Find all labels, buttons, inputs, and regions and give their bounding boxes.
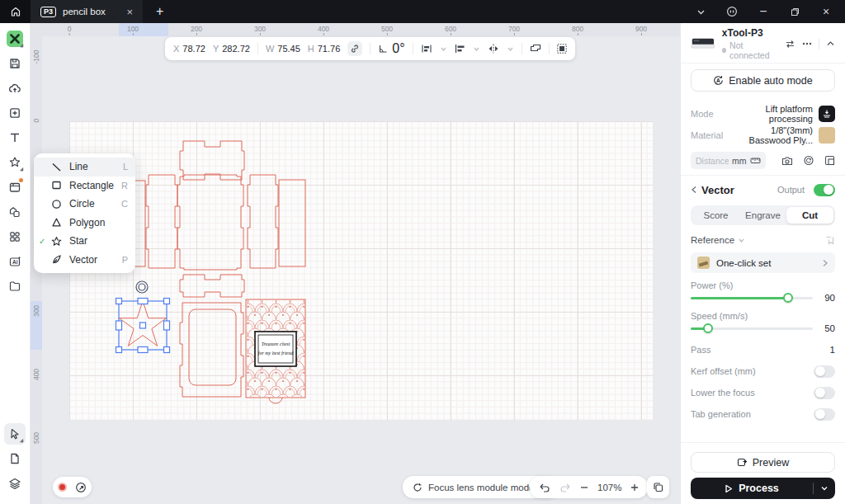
- tab-pencil-box[interactable]: P3 pencil box ×: [31, 0, 143, 23]
- material-swatch[interactable]: [819, 127, 835, 144]
- align-button[interactable]: [455, 44, 465, 54]
- menu-item-line[interactable]: Line L: [34, 158, 135, 177]
- design-piece-plain-panel[interactable]: [279, 180, 305, 266]
- design-label[interactable]: Treasure chest for my best friend: [255, 332, 296, 366]
- design-piece-side-left[interactable]: [146, 175, 177, 268]
- close-button[interactable]: ×: [820, 6, 832, 17]
- sidebar-shapes-button[interactable]: [4, 152, 26, 173]
- mode-icon-button[interactable]: [819, 106, 835, 122]
- selection-handle[interactable]: [164, 321, 170, 330]
- weld-button[interactable]: [530, 44, 541, 54]
- selection-box[interactable]: [116, 299, 170, 353]
- distribute-button[interactable]: [421, 44, 432, 54]
- selection-handle[interactable]: [164, 347, 170, 353]
- page-tool-button[interactable]: [4, 448, 26, 469]
- sidebar-apps-button[interactable]: [4, 226, 26, 247]
- one-click-set-button[interactable]: One-click set: [691, 252, 835, 273]
- height-field[interactable]: H71.76: [308, 44, 340, 54]
- process-button[interactable]: Process: [691, 478, 835, 499]
- chevron-down-icon[interactable]: [738, 237, 745, 244]
- device-more-button[interactable]: [802, 42, 812, 45]
- restore-button[interactable]: [789, 6, 800, 17]
- camera-button[interactable]: [781, 156, 793, 166]
- selection-handle[interactable]: [116, 299, 122, 304]
- x-field[interactable]: X78.72: [173, 44, 205, 54]
- tab-generation-toggle[interactable]: [814, 408, 835, 421]
- tab-cut[interactable]: Cut: [786, 207, 833, 224]
- y-field[interactable]: Y282.72: [213, 44, 250, 54]
- home-button[interactable]: [0, 0, 31, 23]
- design-piece-strip[interactable]: [135, 181, 145, 266]
- selection-handle[interactable]: [138, 347, 148, 353]
- redo-button[interactable]: [559, 483, 571, 492]
- menu-item-star[interactable]: ✓ Star: [34, 232, 135, 251]
- tab-score[interactable]: Score: [692, 207, 739, 224]
- undo-button[interactable]: [539, 483, 550, 492]
- width-field[interactable]: W75.45: [266, 44, 300, 54]
- rotation-field[interactable]: 0°: [378, 41, 404, 56]
- zoom-in-button[interactable]: [630, 483, 639, 492]
- sidebar-elements-button[interactable]: [4, 201, 26, 223]
- copy-icon[interactable]: [653, 482, 663, 492]
- chevron-down-icon[interactable]: [695, 6, 706, 17]
- menu-item-circle[interactable]: Circle C: [34, 195, 135, 214]
- canvas-area[interactable]: 0 100 200 300 400 500 600 700 800 900 -1…: [31, 23, 680, 504]
- slider-thumb[interactable]: [703, 323, 713, 333]
- sidebar-files-button[interactable]: [4, 276, 26, 297]
- record-button[interactable]: [58, 483, 67, 492]
- chevron-down-icon[interactable]: [507, 45, 514, 53]
- selection-handle[interactable]: [138, 299, 148, 304]
- selection-center-handle[interactable]: [140, 323, 146, 328]
- selection-handle[interactable]: [164, 299, 170, 304]
- process-main[interactable]: Process: [691, 483, 813, 494]
- ruler-icon[interactable]: [750, 156, 761, 165]
- tab-close-icon[interactable]: ×: [126, 6, 133, 18]
- outline-button[interactable]: [557, 44, 567, 54]
- flip-button[interactable]: [488, 44, 499, 54]
- kerf-offset-toggle[interactable]: [814, 365, 835, 378]
- switch-device-button[interactable]: [785, 40, 795, 49]
- sidebar-save-button[interactable]: [4, 53, 26, 74]
- chevron-down-icon[interactable]: [440, 45, 447, 53]
- new-tab-button[interactable]: +: [156, 4, 163, 19]
- power-slider[interactable]: [691, 297, 813, 299]
- design-piece-side-right[interactable]: [248, 175, 278, 268]
- pass-value[interactable]: 1: [830, 345, 835, 355]
- design-piece-lid-bottom[interactable]: [180, 275, 244, 297]
- distance-input[interactable]: [696, 156, 729, 166]
- menu-item-polygon[interactable]: Polygon: [34, 214, 135, 233]
- speed-slider[interactable]: [691, 327, 813, 330]
- zoom-level[interactable]: 107%: [597, 483, 621, 492]
- zoom-out-button[interactable]: [580, 483, 588, 492]
- save-reference-button[interactable]: [824, 235, 835, 246]
- design-piece-decor-notch[interactable]: [269, 398, 282, 403]
- xtool-logo[interactable]: [4, 28, 26, 49]
- camera-refresh-button[interactable]: [803, 155, 814, 166]
- design-piece-lid-top[interactable]: [180, 141, 244, 180]
- menu-item-vector[interactable]: Vector P: [34, 251, 135, 270]
- layers-button[interactable]: [4, 473, 26, 494]
- collapse-panel-button[interactable]: [826, 40, 835, 47]
- sidebar-cloud-upload-button[interactable]: [4, 78, 26, 99]
- sidebar-ai-button[interactable]: Ai: [4, 251, 26, 272]
- menu-item-rectangle[interactable]: Rectangle R: [34, 177, 135, 195]
- minimize-button[interactable]: −: [758, 6, 769, 17]
- design-circle[interactable]: [136, 281, 148, 293]
- assistant-icon[interactable]: [726, 6, 738, 17]
- preview-button[interactable]: Preview: [691, 452, 835, 473]
- output-toggle[interactable]: [814, 184, 835, 196]
- sidebar-insert-button[interactable]: [4, 102, 26, 124]
- design-piece-frame-window[interactable]: [189, 309, 236, 385]
- screencast-button[interactable]: [75, 482, 87, 493]
- select-tool-button[interactable]: [4, 423, 26, 445]
- lock-ratio-button[interactable]: [347, 41, 362, 56]
- chevron-down-icon[interactable]: [473, 45, 480, 53]
- frame-capture-button[interactable]: [824, 155, 835, 166]
- design-piece-bottom-panel[interactable]: [177, 175, 243, 270]
- tab-engrave[interactable]: Engrave: [739, 207, 786, 224]
- design-piece-frame[interactable]: [180, 303, 243, 397]
- sidebar-text-button[interactable]: [4, 127, 26, 148]
- selection-handle[interactable]: [116, 321, 122, 330]
- selection-handle[interactable]: [116, 347, 122, 353]
- slider-thumb[interactable]: [783, 293, 793, 303]
